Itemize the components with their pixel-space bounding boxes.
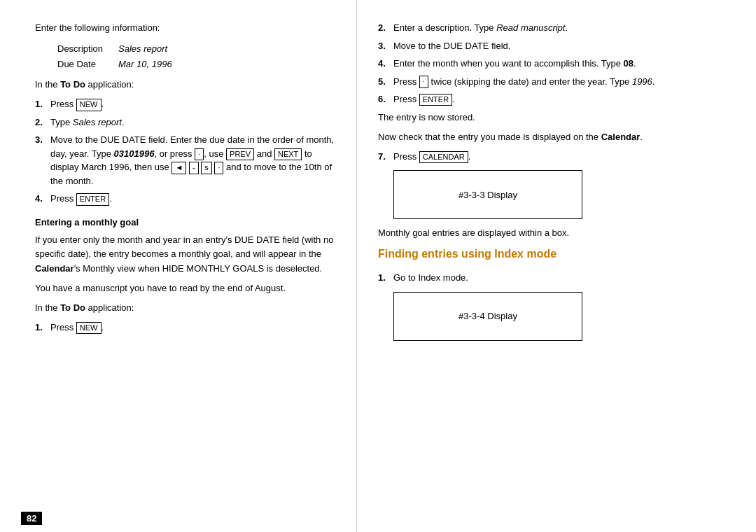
right-step-7: 7. Press CALENDAR. [378,150,728,164]
step-3: 3. Move to the DUE DATE field. Enter the… [35,133,339,188]
right-step-2: 2. Enter a description. Type Read manusc… [378,21,728,35]
right-step-5: 5. Press · twice (skipping the date) and… [378,75,728,89]
right-step-3: 3. Move to the DUE DATE field. [378,39,728,53]
right-steps: 2. Enter a description. Type Read manusc… [378,21,728,106]
step-2: 2. Type Sales report. [35,115,339,130]
desc-value: Sales report [118,42,186,56]
left-steps: 1. Press NEW. 2. Type Sales report. 3. M… [35,97,339,206]
due-label: Due Date [57,57,117,71]
desc-label: Description [57,42,117,56]
finding-entries-title: Finding entries using Index mode [378,246,728,262]
now-check-para: Now check that the entry you made is dis… [378,130,728,144]
enter-kbd-2: ENTER [419,94,452,106]
step-1: 1. Press NEW. [35,97,339,111]
left-intro: Enter the following information: [35,21,339,35]
monthly-para1: If you enter only the month and year in … [35,233,339,275]
in-todo2-para: In the To Do application: [35,301,339,315]
in-todo-para: In the To Do application: [35,78,339,92]
page-number: 82 [21,512,42,525]
dot2-kbd: · [214,162,223,174]
s-kbd: s [201,162,212,174]
info-table: Description Sales report Due Date Mar 10… [56,41,188,72]
monthly-para2: You have a manuscript you have to read b… [35,281,339,295]
display-box-1: #3-3-3 Display [393,170,582,219]
monthly-goal-heading: Entering a monthly goal [35,216,339,230]
dot-kbd-2: · [419,76,428,88]
due-value: Mar 10, 1996 [118,57,186,71]
right-step-index: 1. Go to Index mode. [378,271,728,285]
right-step-6: 6. Press ENTER. [378,92,728,106]
dot-kbd: · [195,148,204,160]
arrow-kbd: ◄ [172,162,186,174]
enter-kbd-1: ENTER [76,193,109,205]
display-box-2: #3-3-4 Display [393,292,582,341]
step-last: 1. Press NEW. [35,321,339,335]
new-kbd-2: NEW [76,322,102,334]
right-step-4: 4. Enter the month when you want to acco… [378,57,728,71]
monthly-goal-text: Monthly goal entries are displayed withi… [378,226,728,240]
right-column: 2. Enter a description. Type Read manusc… [357,0,756,532]
left-column: Enter the following information: Descrip… [0,0,357,532]
next-kbd: NEXT [274,148,302,160]
new-kbd-1: NEW [76,99,102,111]
prev-kbd: PREV [226,148,254,160]
stored-text: The entry is now stored. [378,111,728,125]
calendar-kbd: CALENDAR [419,151,468,163]
dash-kbd: - [189,162,199,174]
step-4: 4. Press ENTER. [35,192,339,206]
